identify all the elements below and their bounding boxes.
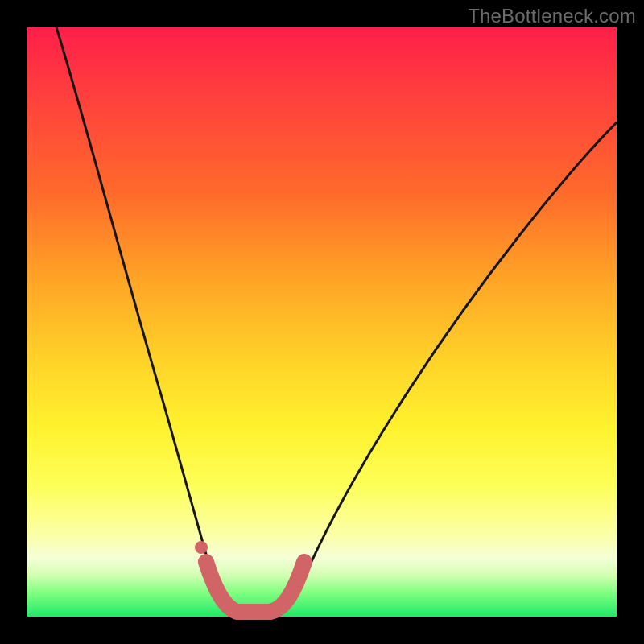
curve-path (56, 27, 617, 613)
chart-frame: TheBottleneck.com (0, 0, 644, 644)
valley-highlight (206, 562, 304, 612)
bottleneck-curve (27, 27, 617, 617)
watermark-text: TheBottleneck.com (468, 5, 636, 27)
plot-area (27, 27, 617, 617)
valley-marker-dot (195, 541, 208, 554)
